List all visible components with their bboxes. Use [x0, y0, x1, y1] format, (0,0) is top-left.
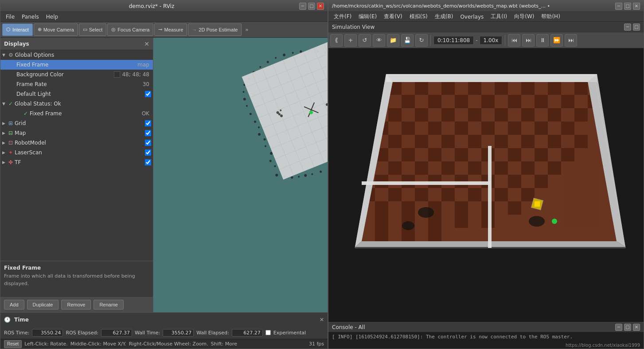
time-close-button[interactable]: ✕ [320, 317, 324, 323]
select-button[interactable]: ▭ Select [79, 24, 107, 36]
sim-view-maximize[interactable]: □ [633, 24, 640, 31]
map-checkbox[interactable] [145, 130, 151, 136]
svg-rect-114 [455, 122, 468, 135]
frame-rate-label: Frame Rate [16, 81, 143, 87]
status-fixed-frame-item[interactable]: ✓ Fixed Frame OK [0, 109, 153, 118]
wb-screenshot-button[interactable]: 👁 [373, 34, 385, 47]
sim-view-minimize[interactable]: ─ [624, 24, 631, 31]
svg-rect-157 [521, 188, 535, 201]
webots-menu-view[interactable]: 查看(V) [380, 12, 406, 21]
menu-help[interactable]: Help [43, 13, 62, 21]
laser-scan-checkbox[interactable] [145, 149, 151, 156]
webots-menu-wizard[interactable]: 向导(W) [511, 12, 538, 21]
robot-model-toggle[interactable]: ▶ [2, 141, 8, 145]
console-content: [ INFO] [1610524924.612708150]: The cont… [328, 332, 644, 342]
laser-scan-toggle[interactable]: ▶ [2, 150, 8, 155]
webots-menu-build[interactable]: 生成(B) [431, 12, 457, 21]
wb-fast-forward-button[interactable]: ⏩ [550, 34, 563, 47]
global-status-toggle[interactable]: ▼ [2, 102, 8, 106]
rviz-minimize-button[interactable]: ─ [299, 3, 306, 10]
console-close[interactable]: ✕ [633, 324, 640, 331]
webots-3d-viewport[interactable] [328, 48, 644, 322]
map-item[interactable]: ▶ ⊟ Map [0, 128, 153, 138]
grid-item[interactable]: ▶ ⊞ Grid [0, 118, 153, 128]
svg-rect-96 [455, 95, 468, 108]
left-panel: Displays ✕ ▼ ⚙ Global Options Fixed Fram… [0, 38, 153, 312]
move-camera-button[interactable]: ⊕ Move Camera [34, 24, 78, 36]
measure-button[interactable]: ⊸ Measure [154, 24, 187, 36]
frame-rate-item[interactable]: Frame Rate 30 [0, 79, 153, 89]
reset-button[interactable]: Reset [4, 340, 22, 348]
webots-menubar: 文件(F) 编辑(E) 查看(V) 模拟(S) 生成(B) Overlays 工… [328, 12, 644, 22]
pose-estimate-button[interactable]: → 2D Pose Estimate [188, 24, 242, 36]
svg-rect-89 [495, 82, 508, 95]
experimental-checkbox[interactable] [265, 330, 271, 335]
wb-step-back-button[interactable]: ⏮ [508, 34, 520, 47]
wb-realtime-button[interactable]: ⏭ [565, 34, 577, 47]
webots-menu-help[interactable]: 帮助(H) [538, 12, 563, 21]
robot-model-checkbox[interactable] [145, 140, 151, 146]
console-maximize[interactable]: □ [624, 324, 631, 331]
default-light-item[interactable]: Default Light [0, 89, 153, 99]
robot-model-item[interactable]: ▶ ⊡ RobotModel [0, 138, 153, 148]
svg-rect-112 [402, 122, 415, 135]
webots-maximize-button[interactable]: □ [624, 3, 631, 10]
svg-rect-131 [455, 148, 468, 161]
laser-scan-item[interactable]: ▶ ✦ LaserScan [0, 148, 153, 157]
webots-menu-overlays[interactable]: Overlays [457, 13, 487, 21]
wb-reload-button[interactable]: ↺ [359, 34, 371, 47]
info-panel: Fixed Frame Frame into which all data is… [0, 261, 153, 296]
menu-file[interactable]: File [2, 13, 18, 21]
console-link[interactable]: https://blog.csdn.net/xiaokai1999 [328, 342, 644, 349]
wall-elapsed-label: Wall Elapsed: [196, 330, 229, 336]
menu-panels[interactable]: Panels [18, 13, 43, 21]
wb-pause-button[interactable]: ⏸ [536, 34, 549, 47]
global-options-item[interactable]: ▼ ⚙ Global Options [0, 50, 153, 60]
rviz-close-button[interactable]: ✕ [317, 3, 324, 10]
focus-camera-button[interactable]: ◎ Focus Camera [107, 24, 153, 36]
background-color-item[interactable]: Background Color 48; 48; 48 [0, 70, 153, 79]
tf-checkbox[interactable] [145, 159, 151, 165]
map-toggle[interactable]: ▶ [2, 131, 8, 135]
grid-toggle[interactable]: ▶ [2, 121, 8, 125]
webots-close-button[interactable]: ✕ [633, 3, 640, 10]
wb-revert-button[interactable]: ⟪ [330, 34, 343, 47]
wb-step-forward-button[interactable]: ⏭ [522, 34, 535, 47]
remove-button[interactable]: Remove [61, 300, 91, 310]
svg-rect-97 [481, 95, 495, 108]
rename-button[interactable]: Rename [94, 300, 124, 310]
wall-elapsed-value: 627.27 [232, 329, 263, 337]
wb-refresh-button[interactable]: ↻ [415, 34, 428, 47]
webots-menu-tools[interactable]: 工具(I) [487, 12, 511, 21]
displays-close-button[interactable]: ✕ [144, 40, 149, 47]
tf-item[interactable]: ▶ ✤ TF [0, 157, 153, 167]
grid-checkbox[interactable] [145, 120, 151, 126]
webots-menu-file[interactable]: 文件(F) [330, 12, 355, 21]
interact-button[interactable]: ⬡ Interact [2, 24, 33, 36]
fixed-frame-item[interactable]: Fixed Frame map [0, 60, 153, 70]
cursor-icon: ⬡ [6, 27, 11, 32]
wb-save-button[interactable]: 💾 [401, 34, 414, 47]
svg-rect-163 [508, 201, 521, 215]
duplicate-button[interactable]: Duplicate [27, 300, 59, 310]
global-status-item[interactable]: ▼ ✓ Global Status: Ok [0, 99, 153, 109]
default-light-checkbox[interactable] [145, 91, 151, 97]
tf-toggle[interactable]: ▶ [2, 160, 8, 165]
svg-rect-87 [441, 82, 455, 95]
robot-icon: ⊡ [8, 140, 13, 146]
rviz-maximize-button[interactable]: □ [308, 3, 315, 10]
wb-open-button[interactable]: 📁 [387, 34, 399, 47]
webots-menu-sim[interactable]: 模拟(S) [406, 12, 431, 21]
global-options-toggle[interactable]: ▼ [2, 53, 8, 57]
rviz-viewport[interactable]: ◀ ▶ [153, 38, 328, 312]
ros-time-label: ROS Time: [4, 330, 29, 336]
add-button[interactable]: Add [4, 300, 24, 310]
rviz-main-content: Displays ✕ ▼ ⚙ Global Options Fixed Fram… [0, 38, 328, 312]
console-minimize[interactable]: ─ [615, 324, 622, 331]
toolbar-more[interactable]: » [242, 25, 251, 35]
webots-menu-edit[interactable]: 编辑(E) [355, 12, 380, 21]
wb-add-button[interactable]: + [344, 34, 357, 47]
svg-rect-95 [428, 95, 441, 108]
wall-time-label: Wall Time: [135, 330, 160, 336]
webots-minimize-button[interactable]: ─ [615, 3, 622, 10]
